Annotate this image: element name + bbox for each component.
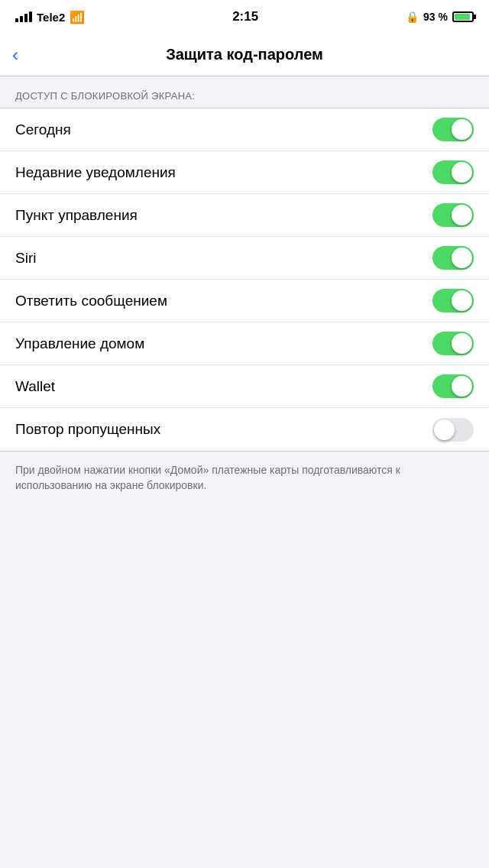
section-header: ДОСТУП С БЛОКИРОВКОЙ ЭКРАНА: (0, 76, 489, 108)
toggle-knob-today (452, 119, 472, 140)
toggle-knob-home-control (452, 333, 472, 354)
battery-fill (455, 14, 470, 20)
settings-row-wallet: Wallet (0, 365, 489, 408)
row-label-wallet: Wallet (15, 378, 55, 395)
toggle-home-control[interactable] (432, 332, 474, 355)
status-right: 🔒 93 % (406, 11, 474, 23)
toggle-knob-notifications (452, 162, 472, 183)
settings-row-notifications: Недавние уведомления (0, 151, 489, 194)
toggle-knob-missed-calls (434, 419, 455, 440)
nav-bar: ‹ Защита код-паролем (0, 34, 489, 76)
toggle-knob-reply-message (452, 290, 472, 311)
settings-row-missed-calls: Повтор пропущенных (0, 408, 489, 451)
row-label-notifications: Недавние уведомления (15, 164, 176, 181)
toggle-wallet[interactable] (432, 374, 474, 398)
toggle-siri[interactable] (432, 246, 474, 270)
toggle-knob-control-center (452, 205, 472, 225)
row-label-missed-calls: Повтор пропущенных (15, 421, 160, 438)
row-label-control-center: Пункт управления (15, 207, 138, 224)
toggle-missed-calls[interactable] (432, 418, 474, 442)
status-time: 2:15 (232, 9, 258, 24)
status-bar: Tele2 📶 2:15 🔒 93 % (0, 0, 489, 34)
row-label-siri: Siri (15, 250, 36, 267)
battery-percent: 93 % (423, 11, 448, 23)
toggle-notifications[interactable] (432, 160, 474, 184)
back-button[interactable]: ‹ (12, 44, 18, 66)
toggle-knob-wallet (452, 376, 472, 397)
settings-list: СегодняНедавние уведомленияПункт управле… (0, 108, 489, 452)
wifi-icon: 📶 (70, 10, 85, 24)
row-label-today: Сегодня (15, 121, 71, 138)
carrier-label: Tele2 (37, 11, 65, 24)
toggle-today[interactable] (432, 118, 474, 141)
row-label-home-control: Управление домом (15, 335, 144, 352)
battery-icon (452, 11, 474, 22)
settings-row-home-control: Управление домом (0, 322, 489, 365)
status-left: Tele2 📶 (15, 10, 85, 24)
settings-row-siri: Siri (0, 237, 489, 280)
chevron-left-icon: ‹ (12, 44, 18, 66)
settings-row-today: Сегодня (0, 108, 489, 151)
toggle-reply-message[interactable] (432, 289, 474, 313)
settings-row-reply-message: Ответить сообщением (0, 280, 489, 322)
settings-row-control-center: Пункт управления (0, 194, 489, 237)
toggle-control-center[interactable] (432, 203, 474, 227)
footer-note: При двойном нажатии кнопки «Домой» плате… (0, 452, 489, 509)
row-label-reply-message: Ответить сообщением (15, 293, 167, 309)
page-title: Защита код-паролем (166, 46, 323, 63)
toggle-knob-siri (452, 248, 472, 268)
lock-icon: 🔒 (406, 11, 419, 23)
signal-bars (15, 11, 32, 22)
